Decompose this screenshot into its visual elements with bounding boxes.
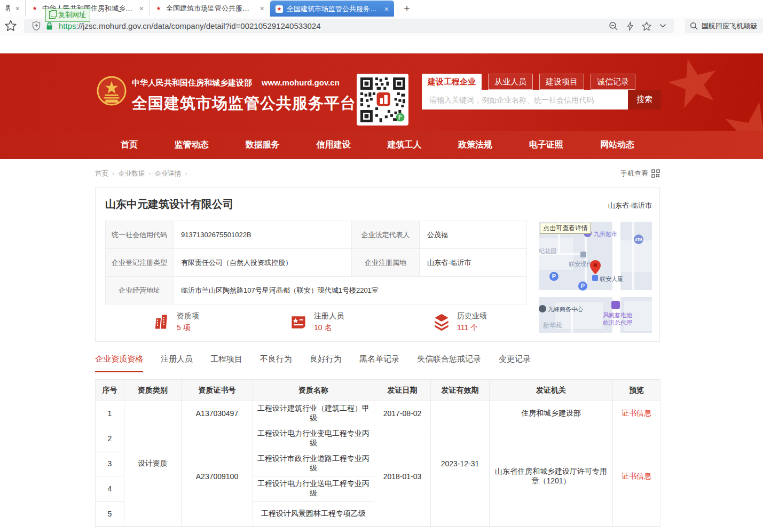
page-body: 首页 › 企业数据 › 企业详情 › 手机查看 山东中元建筑设计有限公司 山东省… [95, 167, 660, 527]
cell-no: 4 [96, 476, 124, 502]
browser-tab-partial[interactable]: 界 × [0, 0, 26, 17]
nav-item-credit[interactable]: 信用建设 [317, 139, 351, 151]
chevron-down-icon[interactable] [659, 24, 666, 28]
screen: 界 × 中华人民共和国住房和城乡建设 × 全国建筑市场监管公共服务平台 × 全国… [0, 0, 763, 532]
cell-cert-no: A237009100 [182, 426, 253, 527]
close-icon[interactable]: × [137, 4, 144, 13]
search-icon [690, 22, 698, 30]
col-header: 资质名称 [253, 380, 374, 401]
info-row: 企业登记注册类型 有限责任公司（自然人投资或控股） 企业注册属地 山东省-临沂市 [106, 249, 527, 277]
site-favicon-icon [276, 5, 283, 13]
breadcrumb-home[interactable]: 首页 [95, 169, 108, 178]
map-label: 风帆蓄电池 [603, 311, 632, 319]
tab-projects[interactable]: 工程项目 [210, 354, 242, 372]
nav-item-home[interactable]: 首页 [121, 139, 138, 151]
masthead-titles: 中华人民共和国住房和城乡建设部 www.mohurd.gov.cn 全国建筑市场… [132, 78, 356, 114]
flag-star-decoration [711, 80, 763, 131]
parking-icon [549, 272, 559, 281]
company-summary-card: 山东中元建筑设计有限公司 山东省-临沂市 统一社会信用代码 9137130267… [95, 187, 660, 342]
keyword-search-input[interactable] [422, 90, 628, 109]
col-header: 资质证书号 [182, 380, 253, 401]
tab-blacklist[interactable]: 黑名单记录 [359, 354, 399, 372]
cell-no: 1 [96, 401, 124, 426]
nav-item-policy[interactable]: 政策法规 [458, 139, 492, 151]
tab-title: 全国建筑市场监管公共服务平台 [287, 4, 379, 14]
tab-change-records[interactable]: 变更记录 [499, 354, 531, 372]
https-lock-icon[interactable] [45, 21, 53, 30]
breadcrumb-company-data[interactable]: 企业数据 [118, 169, 145, 178]
breadcrumb-company-detail[interactable]: 企业详情 [154, 169, 181, 178]
stat-qualifications: 资质项 5 项 [152, 311, 199, 333]
col-header: 发证有效期 [431, 380, 490, 401]
location-map[interactable]: 九州超市 ATM 纪花园 联安现代城 联安大厦 九峰商务中心 新华苑 风帆蓄电池… [539, 222, 652, 333]
new-tab-button[interactable]: + [399, 1, 414, 16]
mobile-view-label[interactable]: 手机查看 [620, 169, 648, 178]
cell-authority: 住房和城乡建设部 [490, 401, 613, 426]
tab-qualifications[interactable]: 企业资质资格 [95, 354, 143, 372]
credit-code-label: 统一社会信用代码 [106, 221, 174, 249]
breadcrumb-separator: › [148, 170, 151, 177]
tab-bad-behavior[interactable]: 不良行为 [260, 354, 292, 372]
search-tab-personnel[interactable]: 从业人员 [488, 74, 533, 90]
search-tab-enterprise[interactable]: 建设工程企业 [422, 74, 482, 90]
shield-extension-icon[interactable] [32, 21, 41, 31]
search-tab-credit[interactable]: 诚信记录 [591, 74, 635, 90]
cell-name: 工程设计市政行业道路工程专业丙级 [253, 451, 374, 476]
building-poi-icon [580, 252, 586, 257]
nav-item-workers[interactable]: 建筑工人 [387, 139, 421, 151]
company-region: 山东省-临沂市 [608, 201, 652, 210]
certificate-info-link[interactable]: 证书信息 [622, 409, 651, 417]
url-text[interactable]: https://jzsc.mohurd.gov.cn/data/company/… [59, 21, 321, 30]
address-label: 企业经营地址 [106, 277, 174, 304]
search-tab-project[interactable]: 建设项目 [539, 74, 584, 90]
browser-tab-active[interactable]: 全国建筑市场监管公共服务平台 × [270, 1, 394, 17]
tab-good-behavior[interactable]: 良好行为 [310, 354, 342, 372]
cell-validity: 2023-12-31 [431, 401, 490, 527]
info-row: 统一社会信用代码 91371302675501022B 企业法定代表人 公茂福 [106, 221, 527, 249]
quick-search-box[interactable]: 国航回应飞机颠簸 [685, 19, 763, 33]
nav-item-site-news[interactable]: 网站动态 [600, 139, 634, 151]
bookmark-page-star-icon[interactable] [642, 21, 651, 31]
tab-registered-personnel[interactable]: 注册人员 [161, 354, 193, 372]
url-scheme: https [59, 21, 76, 30]
reg-type-label: 企业登记注册类型 [106, 249, 174, 277]
battery-shop-poi-icon [611, 301, 620, 309]
tab-title: 全国建筑市场监管公共服务平台 [166, 4, 254, 13]
cell-category: 设计资质 [124, 401, 182, 527]
building-poi-icon [592, 275, 598, 281]
col-header: 预览 [613, 380, 660, 401]
table-row: 1 设计资质 A137030497 工程设计建筑行业（建筑工程）甲级 2017-… [96, 401, 660, 426]
close-icon[interactable]: × [382, 5, 389, 13]
close-icon[interactable]: × [13, 4, 20, 13]
certificate-info-link[interactable]: 证书信息 [622, 472, 651, 480]
favorites-star-icon[interactable] [5, 20, 17, 32]
breadcrumb-separator: › [185, 170, 187, 177]
mobile-qr-icon[interactable] [651, 169, 660, 178]
stat-registered-personnel: 注册人员 10 名 [289, 311, 344, 333]
search-button[interactable]: 搜索 [628, 90, 661, 109]
map-road [539, 290, 652, 297]
site-favicon-icon [155, 5, 162, 12]
nav-item-e-cert[interactable]: 电子证照 [529, 139, 563, 151]
nav-item-supervision[interactable]: 监管动态 [175, 139, 209, 151]
browser-chrome: 界 × 中华人民共和国住房和城乡建设 × 全国建筑市场监管公共服务平台 × 全国… [0, 0, 763, 35]
map-label: 九州超市 [594, 230, 617, 238]
zoom-out-icon[interactable] [609, 21, 618, 31]
address-bar[interactable]: https://jzsc.mohurd.gov.cn/data/company/… [24, 19, 674, 33]
stat-value: 10 名 [314, 323, 344, 333]
col-header: 发证日期 [374, 380, 431, 401]
company-info-table: 统一社会信用代码 91371302675501022B 企业法定代表人 公茂福 … [105, 221, 527, 304]
tab-dishonesty[interactable]: 失信联合惩戒记录 [417, 354, 481, 372]
browser-tab-jzsc[interactable]: 全国建筑市场监管公共服务平台 × [150, 0, 270, 17]
flash-icon[interactable] [626, 21, 634, 31]
copy-url-tooltip: 复制网址 [45, 9, 90, 22]
url-rest: ://jzsc.mohurd.gov.cn/data/company/detai… [76, 21, 321, 30]
nav-item-data-service[interactable]: 数据服务 [246, 139, 280, 151]
close-icon[interactable]: × [258, 4, 264, 13]
tab-title: 界 [5, 4, 10, 13]
personnel-card-icon [289, 312, 308, 332]
reg-region-value: 山东省-临沂市 [420, 249, 527, 277]
flag-star-decoration [657, 53, 730, 126]
breadcrumb-separator: › [112, 170, 114, 177]
cell-name: 工程设计电力行业送电工程专业丙级 [253, 476, 374, 502]
